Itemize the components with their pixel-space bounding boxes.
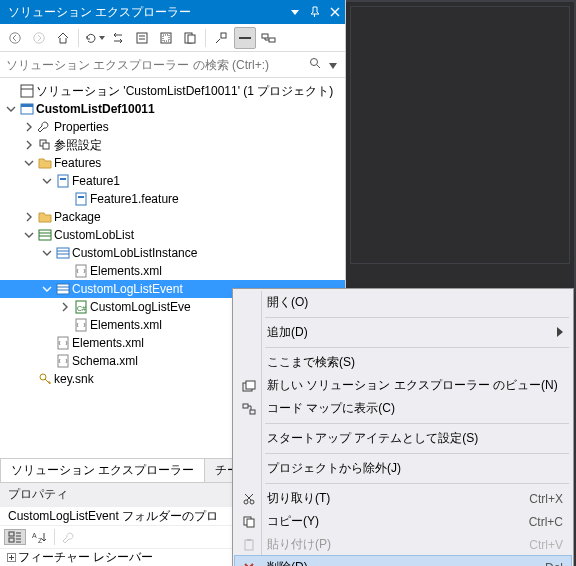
svg-point-0	[10, 32, 20, 42]
svg-point-1	[34, 32, 44, 42]
expander-icon[interactable]	[40, 284, 54, 294]
expander-icon[interactable]	[4, 104, 18, 114]
key-icon	[36, 372, 54, 386]
tree-node-project[interactable]: CustomListDef10011	[0, 100, 345, 118]
expander-icon[interactable]	[40, 176, 54, 186]
svg-rect-10	[269, 38, 275, 42]
tree-node-features[interactable]: Features	[0, 154, 345, 172]
tree-node-feature1[interactable]: Feature1	[0, 172, 345, 190]
svg-rect-43	[247, 519, 254, 527]
prop-wrench-button[interactable]	[59, 529, 79, 545]
refresh-button[interactable]	[83, 27, 105, 49]
showall-button[interactable]	[155, 27, 177, 49]
xml-file-icon	[72, 318, 90, 332]
panel-dropdown-icon[interactable]	[285, 8, 305, 16]
svg-rect-19	[76, 193, 86, 205]
panel-toolbar	[0, 24, 345, 52]
solution-icon	[18, 84, 36, 98]
search-input[interactable]	[4, 57, 305, 73]
expander-plus-icon[interactable]	[4, 553, 18, 562]
menu-delete[interactable]: 削除(D) Del	[235, 556, 571, 566]
svg-rect-20	[78, 196, 84, 198]
menu-codemap[interactable]: コード マップに表示(C)	[235, 397, 571, 420]
svg-rect-6	[188, 35, 195, 43]
back-button[interactable]	[4, 27, 26, 49]
editor-empty	[350, 6, 570, 264]
list-blue-icon	[54, 246, 72, 260]
delete-icon	[239, 562, 259, 567]
svg-rect-18	[60, 178, 66, 180]
list-blue-icon	[54, 282, 72, 296]
menu-add[interactable]: 追加(D)	[235, 321, 571, 344]
cut-icon	[239, 493, 259, 505]
expander-collapsed-icon[interactable]	[22, 122, 36, 132]
home-button[interactable]	[52, 27, 74, 49]
expander-icon[interactable]	[22, 158, 36, 168]
svg-text:Z: Z	[38, 537, 43, 544]
menu-separator	[265, 483, 569, 484]
tree-node-customloblistinstance[interactable]: CustomLobListInstance	[0, 244, 345, 262]
menu-startup[interactable]: スタートアップ アイテムとして設定(S)	[235, 427, 571, 450]
expander-icon[interactable]	[22, 230, 36, 240]
view-class-button[interactable]	[258, 27, 280, 49]
menu-copy[interactable]: コピー(Y) Ctrl+C	[235, 510, 571, 533]
csproj-icon	[18, 102, 36, 116]
svg-rect-22	[57, 248, 69, 258]
expander-collapsed-icon[interactable]	[58, 302, 72, 312]
svg-rect-39	[250, 410, 255, 414]
svg-point-41	[250, 500, 254, 504]
expander-collapsed-icon[interactable]	[22, 212, 36, 222]
svg-point-40	[244, 500, 248, 504]
tree-node-customloblist[interactable]: CustomLobList	[0, 226, 345, 244]
menu-open[interactable]: 開く(O)	[235, 291, 571, 314]
search-icon[interactable]	[305, 57, 325, 72]
prop-alpha-button[interactable]: AZ	[28, 529, 50, 545]
xml-file-icon	[54, 354, 72, 368]
svg-rect-14	[21, 104, 33, 107]
svg-rect-16	[43, 143, 49, 149]
svg-rect-31	[9, 532, 14, 536]
tree-node-solution[interactable]: ソリューション 'CustomListDef10011' (1 プロジェクト)	[0, 82, 345, 100]
close-icon[interactable]	[325, 7, 345, 17]
menu-new-view[interactable]: 新しい ソリューション エクスプローラー のビュー(N)	[235, 374, 571, 397]
svg-rect-12	[21, 85, 33, 97]
svg-rect-9	[262, 34, 268, 38]
tree-node-elements-1[interactable]: Elements.xml	[0, 262, 345, 280]
svg-rect-24	[57, 284, 69, 294]
feature-icon	[54, 174, 72, 188]
context-menu: 開く(O) 追加(D) ここまで検索(S) 新しい ソリューション エクスプロー…	[232, 288, 574, 566]
properties-button[interactable]	[210, 27, 232, 49]
menu-cut[interactable]: 切り取り(T) Ctrl+X	[235, 487, 571, 510]
svg-rect-45	[247, 539, 251, 541]
menu-separator	[265, 423, 569, 424]
submenu-arrow-icon	[557, 326, 563, 340]
collapse-button[interactable]	[131, 27, 153, 49]
menu-exclude[interactable]: プロジェクトから除外(J)	[235, 457, 571, 480]
tab-solution-explorer[interactable]: ソリューション エクスプローラー	[0, 458, 205, 482]
svg-rect-38	[243, 404, 248, 408]
feature-file-icon	[72, 192, 90, 206]
panel-title: ソリューション エクスプローラー	[8, 4, 285, 21]
svg-rect-21	[39, 230, 51, 240]
svg-rect-37	[246, 381, 255, 389]
svg-rect-4	[163, 35, 169, 41]
tree-node-properties[interactable]: Properties	[0, 118, 345, 136]
menu-paste: 貼り付け(P) Ctrl+V	[235, 533, 571, 556]
sync-button[interactable]	[107, 27, 129, 49]
search-options-icon[interactable]	[325, 58, 341, 72]
expander-collapsed-icon[interactable]	[22, 140, 36, 150]
tree-node-feature1-file[interactable]: Feature1.feature	[0, 190, 345, 208]
svg-rect-7	[221, 33, 226, 38]
pin-icon[interactable]	[305, 7, 325, 17]
forward-button[interactable]	[28, 27, 50, 49]
tree-node-references[interactable]: 参照設定	[0, 136, 345, 154]
panel-title-bar: ソリューション エクスプローラー	[0, 0, 345, 24]
tree-node-package[interactable]: Package	[0, 208, 345, 226]
expander-icon[interactable]	[40, 248, 54, 258]
prop-categorized-button[interactable]	[4, 529, 26, 545]
folder-icon	[36, 210, 54, 224]
toggle-button[interactable]	[234, 27, 256, 49]
csharp-file-icon: C#	[72, 300, 90, 314]
preview-button[interactable]	[179, 27, 201, 49]
menu-scope-to-this[interactable]: ここまで検索(S)	[235, 351, 571, 374]
